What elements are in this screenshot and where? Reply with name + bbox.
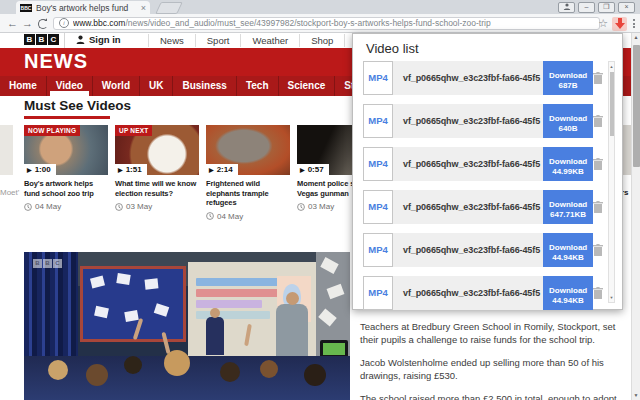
nav-video[interactable]: Video: [47, 76, 93, 96]
chrome-menu-icon[interactable]: [630, 17, 638, 30]
scroll-down-arrow-icon[interactable]: ▼: [632, 391, 640, 400]
popup-scroll-up-icon[interactable]: ▲: [609, 63, 614, 70]
video-card[interactable]: UP NEXT ▶1:51 What time will we know ele…: [115, 125, 199, 211]
nav-business[interactable]: Business: [173, 76, 236, 96]
pupil-head: [164, 350, 190, 376]
delete-icon[interactable]: [593, 72, 603, 84]
video-card-title[interactable]: Boy's artwork helps fund school zoo trip: [24, 179, 108, 198]
clock-icon: [297, 203, 305, 211]
browser-toolbar: ← → i www.bbc.com/news/video_and_audio/m…: [0, 14, 640, 33]
refresh-button[interactable]: [38, 19, 48, 29]
global-link-weather[interactable]: Weather: [240, 34, 299, 47]
article-paragraph: Teachers at Bredbury Green School in Rom…: [360, 320, 631, 346]
browser-window: BBC Boy's artwork helps fund × – ❐ × ← →…: [0, 0, 640, 400]
article-paragraph: The school raised more than £2,500 in to…: [360, 392, 631, 400]
delete-icon[interactable]: [593, 287, 603, 299]
page-info-icon[interactable]: i: [59, 18, 69, 28]
bbc-logo[interactable]: BBC: [24, 34, 59, 45]
format-badge: MP4: [363, 276, 393, 310]
format-badge: MP4: [363, 147, 393, 181]
video-card[interactable]: ▶2:14 Frightened wild elephants trample …: [206, 125, 290, 221]
tab-title: Boy's artwork helps fund: [36, 3, 138, 13]
nav-world[interactable]: World: [93, 76, 140, 96]
play-icon: ▶: [27, 166, 32, 174]
delete-icon[interactable]: [593, 115, 603, 127]
video-thumbnail[interactable]: UP NEXT ▶1:51: [115, 125, 199, 175]
video-thumbnail[interactable]: NOW PLAYING ▶1:00: [24, 125, 108, 175]
delete-icon[interactable]: [593, 244, 603, 256]
sign-in-label: Sign in: [89, 34, 121, 45]
download-button[interactable]: Download647.71KB: [543, 190, 593, 224]
video-row: MP4 vf_p0665qhw_e3c23fbf-fa66-45f5 Downl…: [363, 104, 593, 138]
download-button[interactable]: Download640B: [543, 104, 593, 138]
delete-icon[interactable]: [593, 201, 603, 213]
sign-in-button[interactable]: Sign in: [76, 34, 121, 45]
video-downloader-extension-icon[interactable]: [612, 17, 627, 31]
duration: 0:57: [308, 165, 324, 174]
global-link-shop[interactable]: Shop: [299, 34, 344, 47]
popup-title: Video list: [366, 41, 419, 56]
nav-science[interactable]: Science: [279, 76, 336, 96]
video-filename: vf_p0665qhw_e3c23fbf-fa66-45f5: [393, 147, 543, 181]
global-link-news[interactable]: News: [148, 34, 195, 47]
global-link-sport[interactable]: Sport: [195, 34, 241, 47]
video-card-title[interactable]: What time will we know election results?: [115, 179, 199, 198]
scrollbar-thumb[interactable]: [633, 45, 640, 167]
video-row: MP4 vf_p0665qhw_e3c23fbf-fa66-45f5 Downl…: [363, 147, 593, 181]
bbc-favicon-icon: BBC: [20, 4, 32, 12]
download-button[interactable]: Download44.94KB: [543, 233, 593, 267]
video-row: MP4 vf_p0665qhw_e3c23fbf-fa66-45f5 Downl…: [363, 61, 593, 95]
video-row: MP4 vf_p0665qhw_e3c23fbf-fa66-45f5 Downl…: [363, 276, 593, 310]
video-filename: vf_p0665qhw_e3c23fbf-fa66-45f5: [393, 276, 543, 310]
nav-uk[interactable]: UK: [140, 76, 173, 96]
url-text: www.bbc.com/news/video_and_audio/must_se…: [73, 18, 491, 28]
video-player[interactable]: BBC: [24, 252, 350, 400]
play-icon: ▶: [209, 166, 214, 174]
video-card-date: 03 May: [115, 202, 199, 211]
close-button[interactable]: ×: [618, 2, 635, 13]
forward-button[interactable]: →: [22, 15, 33, 32]
up-next-badge: UP NEXT: [115, 125, 152, 136]
format-badge: MP4: [363, 190, 393, 224]
nav-tech[interactable]: Tech: [237, 76, 279, 96]
download-button[interactable]: Download44.94KB: [543, 276, 593, 310]
duration-chip: ▶0:57: [297, 164, 329, 175]
popup-scroll-down-icon[interactable]: ▼: [609, 294, 614, 301]
video-card[interactable]: NOW PLAYING ▶1:00 Boy's artwork helps fu…: [24, 125, 108, 211]
bbc-watermark: BBC: [33, 259, 62, 268]
restore-button[interactable]: ❐: [598, 2, 615, 13]
download-button[interactable]: Download44.99KB: [543, 147, 593, 181]
profile-icon[interactable]: [558, 2, 575, 13]
pupil-head: [220, 362, 240, 382]
popup-scrollbar[interactable]: ▲ ▼: [608, 61, 615, 303]
offscreen-card-thumb-sliver: [0, 125, 13, 175]
pupil-head: [48, 360, 68, 380]
download-button[interactable]: Download687B: [543, 61, 593, 95]
delete-icon[interactable]: [593, 158, 603, 170]
scroll-up-arrow-icon[interactable]: ▲: [632, 33, 640, 42]
video-card-title[interactable]: Frightened wild elephants trample refuge…: [206, 179, 290, 208]
section-title: Must See Videos: [24, 98, 131, 113]
video-card-date: 04 May: [206, 212, 290, 221]
popup-scrollbar-thumb[interactable]: [610, 72, 614, 136]
minimize-button[interactable]: –: [578, 2, 595, 13]
video-filename: vf_p0665qhw_e3c23fbf-fa66-45f5: [393, 190, 543, 224]
browser-tab[interactable]: BBC Boy's artwork helps fund ×: [16, 1, 150, 14]
tab-close-icon[interactable]: ×: [141, 3, 146, 13]
bookmark-star-icon[interactable]: ☆: [598, 16, 608, 31]
duration-chip: ▶2:14: [206, 164, 238, 175]
new-tab-button[interactable]: [155, 2, 183, 14]
back-button[interactable]: ←: [7, 15, 18, 32]
nav-home[interactable]: Home: [0, 76, 47, 96]
page-scrollbar[interactable]: ▲ ▼: [631, 33, 640, 400]
video-filename: vf_p0665qhw_e3c23fbf-fa66-45f5: [393, 104, 543, 138]
tab-strip: BBC Boy's artwork helps fund × – ❐ ×: [0, 0, 640, 14]
standing-boy-head: [210, 308, 220, 318]
clock-icon: [206, 212, 214, 220]
video-card-date: 04 May: [24, 202, 108, 211]
address-bar[interactable]: i www.bbc.com/news/video_and_audio/must_…: [53, 17, 600, 30]
now-playing-badge: NOW PLAYING: [24, 125, 80, 136]
bulletin-board: [80, 266, 186, 342]
video-thumbnail[interactable]: ▶2:14: [206, 125, 290, 175]
teacher-head: [286, 292, 299, 305]
